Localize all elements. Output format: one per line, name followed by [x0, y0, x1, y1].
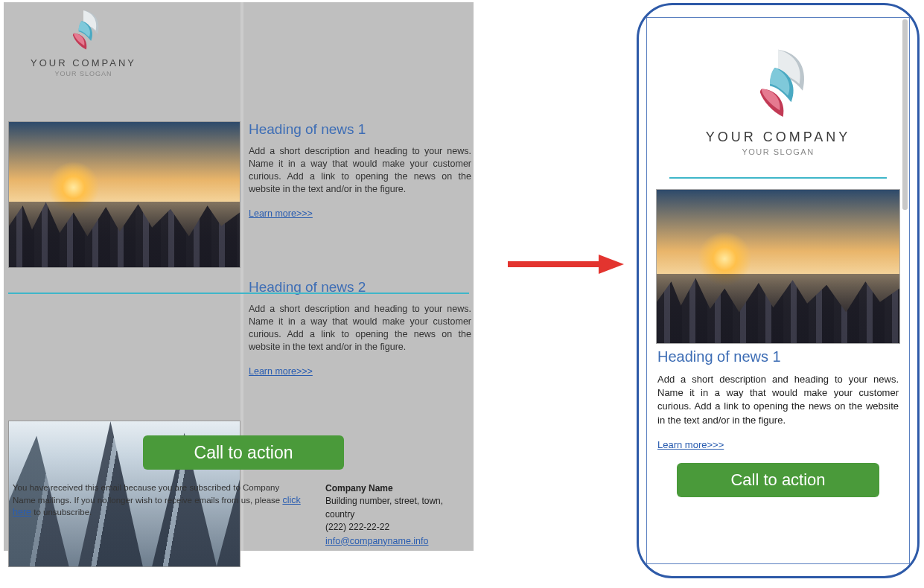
company-logo-block: YOUR COMPANY YOUR SLOGAN — [647, 43, 909, 156]
news-block-1: Heading of news 1 Add a short descriptio… — [249, 121, 471, 220]
footer-address: Building number, street, town, country — [325, 495, 474, 521]
mobile-device-frame: YOUR COMPANY YOUR SLOGAN Heading of news… — [637, 3, 920, 578]
svg-marker-1 — [599, 255, 624, 274]
cta-button[interactable]: Call to action — [677, 463, 879, 497]
company-logo-block: YOUR COMPANY YOUR SLOGAN — [31, 7, 136, 77]
scrollbar[interactable] — [902, 19, 908, 210]
news-block-1: Heading of news 1 Add a short descriptio… — [657, 348, 899, 451]
company-name: YOUR COMPANY — [31, 57, 136, 68]
learn-more-link[interactable]: Learn more>>> — [249, 366, 313, 377]
logo-mark-icon — [60, 7, 107, 54]
mobile-screen: YOUR COMPANY YOUR SLOGAN Heading of news… — [646, 17, 910, 564]
unsub-post: to unsubscribe. — [31, 508, 92, 517]
unsub-pre: You have received this email because you… — [13, 483, 282, 505]
responsive-arrow-icon — [506, 253, 625, 275]
news-body: Add a short description and heading to y… — [249, 145, 471, 196]
news-heading: Heading of news 1 — [249, 121, 471, 138]
footer-phone: (222) 222-22-22 — [325, 521, 474, 534]
cta-button[interactable]: Call to action — [143, 435, 344, 470]
news-body: Add a short description and heading to y… — [249, 303, 471, 354]
company-slogan: YOUR SLOGAN — [647, 147, 909, 156]
company-slogan: YOUR SLOGAN — [31, 70, 136, 77]
news-body: Add a short description and heading to y… — [657, 373, 899, 427]
learn-more-link[interactable]: Learn more>>> — [657, 439, 724, 450]
company-contact: Company Name Building number, street, to… — [325, 482, 474, 548]
unsubscribe-text: You have received this email because you… — [13, 482, 303, 519]
learn-more-link[interactable]: Learn more>>> — [249, 208, 313, 219]
footer-email-link[interactable]: info@companyname.info — [325, 536, 428, 546]
news-image-1[interactable] — [8, 121, 240, 268]
news-image-1[interactable] — [656, 189, 900, 344]
desktop-email-preview: YOUR COMPANY YOUR SLOGAN Heading of news… — [4, 2, 474, 551]
news-heading: Heading of news 1 — [657, 348, 899, 365]
header-divider — [669, 177, 887, 179]
logo-mark-icon — [737, 43, 819, 125]
company-name: YOUR COMPANY — [647, 130, 909, 145]
footer-divider — [8, 293, 469, 294]
footer-company-name: Company Name — [325, 482, 474, 495]
